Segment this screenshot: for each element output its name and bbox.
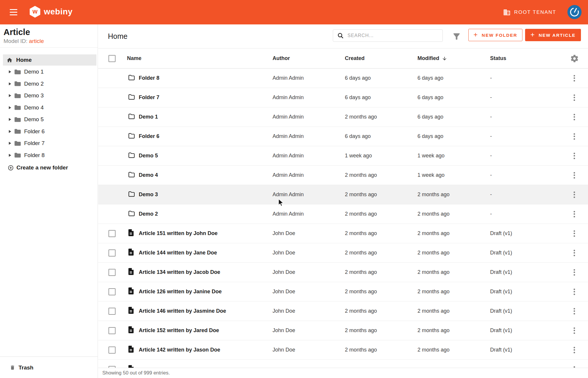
table-row[interactable]: Article 151 written by John Doe John Doe… [98, 224, 588, 243]
kebab-menu-icon[interactable] [572, 151, 577, 161]
row-checkbox[interactable] [108, 347, 116, 354]
folder-icon [14, 129, 21, 134]
document-icon [128, 229, 134, 237]
kebab-menu-icon[interactable] [572, 73, 577, 83]
trash-button[interactable]: Trash [10, 357, 34, 378]
sidebar-folder-item[interactable]: Folder 8 [0, 149, 98, 161]
row-created: 6 days ago [345, 133, 417, 139]
table-row[interactable]: Demo 5 Admin Admin 1 week ago 1 week ago… [98, 146, 588, 166]
kebab-menu-icon[interactable] [572, 170, 577, 180]
folder-icon [128, 191, 135, 197]
row-checkbox[interactable] [108, 308, 116, 315]
table-row[interactable]: Article 144 written by Jane Doe John Doe… [98, 243, 588, 263]
row-checkbox[interactable] [108, 230, 116, 237]
column-header-created[interactable]: Created [345, 55, 417, 61]
sidebar-folder-item[interactable]: Demo 1 [0, 66, 98, 78]
chevron-right-icon[interactable] [9, 82, 11, 85]
table-row[interactable]: Article 146 written by Jasmine Doe John … [98, 302, 588, 321]
row-checkbox[interactable] [108, 249, 116, 257]
model-id-label: Model ID: [4, 38, 27, 44]
sidebar-item-home[interactable]: Home [3, 54, 96, 66]
tenant-label: ROOT TENANT [514, 9, 556, 15]
sidebar-folder-item[interactable]: Demo 4 [0, 102, 98, 114]
hamburger-icon[interactable] [10, 9, 17, 15]
column-header-author[interactable]: Author [273, 55, 345, 61]
chevron-right-icon[interactable] [9, 130, 11, 133]
new-folder-button[interactable]: + NEW FOLDER [468, 29, 522, 41]
sidebar-folder-item[interactable]: Folder 6 [0, 126, 98, 138]
sidebar-folder-item[interactable]: Demo 2 [0, 78, 98, 90]
chevron-right-icon[interactable] [9, 142, 11, 145]
table-row[interactable]: Folder 7 Admin Admin 6 days ago 6 days a… [98, 88, 588, 107]
row-modified: 2 months ago [417, 347, 490, 353]
chevron-right-icon[interactable] [9, 118, 11, 121]
kebab-menu-icon[interactable] [572, 345, 577, 355]
filter-funnel-icon[interactable] [452, 31, 461, 41]
kebab-menu-icon[interactable] [572, 306, 577, 316]
kebab-menu-icon[interactable] [572, 229, 577, 239]
table-row[interactable]: Demo 3 Admin Admin 2 months ago 2 months… [98, 185, 588, 204]
row-modified: 2 months ago [417, 269, 490, 275]
row-name: Folder 8 [139, 75, 273, 81]
column-header-status[interactable]: Status [490, 55, 561, 61]
column-header-name[interactable]: Name [127, 55, 273, 61]
kebab-menu-icon[interactable] [572, 112, 577, 122]
table-row[interactable]: Article 152 written by Jared Doe John Do… [98, 321, 588, 340]
row-author: Admin Admin [273, 172, 345, 178]
row-checkbox[interactable] [108, 288, 116, 295]
kebab-menu-icon[interactable] [572, 248, 577, 258]
table-row[interactable]: Article 126 written by Janine Doe John D… [98, 282, 588, 302]
folder-icon [128, 210, 135, 217]
column-header-modified[interactable]: Modified [417, 55, 490, 61]
row-author: John Doe [273, 250, 345, 256]
row-modified: 2 months ago [417, 230, 490, 237]
content-area: Home + NEW FOLDER + NEW ARTICLE [98, 24, 588, 378]
table-row[interactable]: Folder 6 Admin Admin 6 days ago 6 days a… [98, 127, 588, 146]
user-avatar[interactable] [567, 5, 582, 19]
kebab-menu-icon[interactable] [572, 267, 577, 277]
create-folder-button[interactable]: Create a new folder [0, 162, 98, 174]
select-all-checkbox[interactable] [108, 55, 116, 62]
row-modified: 2 months ago [417, 250, 490, 256]
row-author: John Doe [273, 327, 345, 334]
new-article-button[interactable]: + NEW ARTICLE [525, 29, 581, 41]
plus-icon: + [530, 31, 535, 39]
chevron-right-icon[interactable] [9, 94, 11, 97]
kebab-menu-icon[interactable] [572, 209, 577, 219]
row-status: - [490, 75, 561, 81]
table-row[interactable]: Article 142 written by Jason Doe John Do… [98, 340, 588, 360]
folder-icon [14, 105, 21, 110]
kebab-menu-icon[interactable] [572, 287, 577, 297]
sidebar-folder-item[interactable]: Folder 7 [0, 137, 98, 149]
table-row[interactable]: Article 134 written by Jacob Doe John Do… [98, 263, 588, 282]
chevron-right-icon[interactable] [9, 106, 11, 109]
table-row[interactable]: Demo 4 Admin Admin 2 months ago 1 week a… [98, 166, 588, 185]
tenant-selector[interactable]: ROOT TENANT [503, 0, 556, 24]
row-checkbox[interactable] [108, 327, 116, 334]
folder-icon [128, 94, 135, 100]
sidebar-folder-item[interactable]: Demo 5 [0, 114, 98, 126]
home-icon [6, 57, 13, 63]
table-row[interactable]: Demo 2 Admin Admin 2 months ago 2 months… [98, 204, 588, 224]
trash-label: Trash [19, 364, 34, 371]
chevron-right-icon[interactable] [9, 154, 11, 157]
row-created: 2 months ago [345, 269, 417, 275]
kebab-menu-icon[interactable] [572, 131, 577, 141]
webiny-logo[interactable]: w [30, 6, 40, 18]
kebab-menu-icon[interactable] [572, 326, 577, 336]
table-row[interactable]: Folder 8 Admin Admin 6 days ago 6 days a… [98, 69, 588, 88]
row-checkbox[interactable] [108, 269, 116, 276]
table-row[interactable]: Demo 1 Admin Admin 2 months ago 6 days a… [98, 107, 588, 127]
row-modified: 2 months ago [417, 308, 490, 314]
chevron-right-icon[interactable] [9, 70, 11, 73]
row-modified: 1 week ago [417, 153, 490, 159]
sidebar-footer: Trash [0, 357, 98, 378]
kebab-menu-icon[interactable] [572, 190, 577, 200]
kebab-menu-icon[interactable] [572, 93, 577, 103]
sidebar-folder-item[interactable]: Demo 3 [0, 90, 98, 102]
gear-icon[interactable] [570, 54, 579, 63]
search-input[interactable] [348, 33, 436, 38]
row-name: Demo 5 [139, 153, 273, 159]
folder-icon [14, 93, 21, 99]
row-created: 2 months ago [345, 289, 417, 295]
